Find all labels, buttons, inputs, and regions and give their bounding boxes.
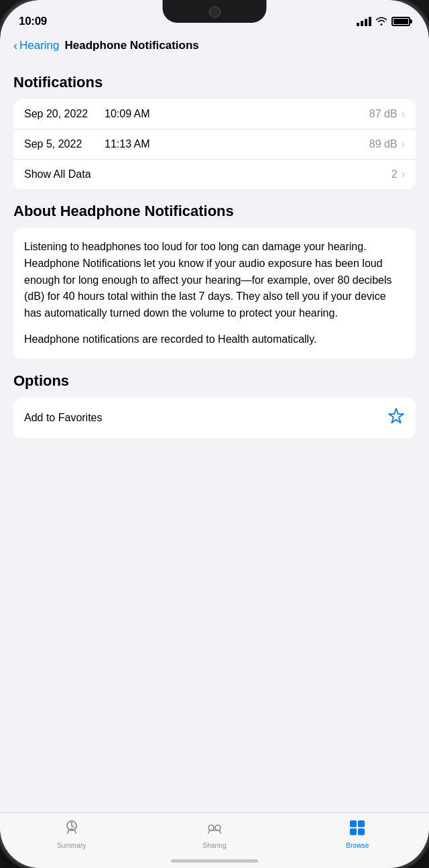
- options-section-title: Options: [13, 372, 416, 390]
- notification-date-2: Sep 5, 2022: [24, 138, 98, 150]
- tab-summary-label: Summary: [57, 842, 86, 849]
- add-to-favorites-label: Add to Favorites: [24, 412, 103, 424]
- chevron-right-icon-2: ›: [402, 138, 405, 150]
- chevron-right-icon-1: ›: [402, 108, 405, 120]
- notification-date-1: Sep 20, 2022: [24, 108, 98, 120]
- sharing-icon: [205, 818, 224, 840]
- status-time: 10:09: [19, 15, 47, 28]
- browse-icon: [348, 818, 367, 840]
- battery-icon: [391, 17, 410, 26]
- star-icon[interactable]: [387, 407, 405, 429]
- phone-frame: 10:09: [0, 0, 429, 868]
- back-button[interactable]: ‹ Hearing: [13, 39, 60, 52]
- home-indicator: [171, 859, 258, 863]
- signal-icon: [357, 17, 371, 26]
- svg-rect-5: [358, 828, 365, 835]
- show-all-data-row[interactable]: Show All Data 2 ›: [13, 160, 416, 189]
- back-chevron-icon: ‹: [13, 40, 17, 52]
- notification-time-1: 10:09 AM: [105, 108, 150, 120]
- notification-row-2[interactable]: Sep 5, 2022 11:13 AM 89 dB ›: [13, 129, 416, 160]
- options-card: Add to Favorites: [13, 398, 416, 438]
- notification-value-2: 89 dB: [369, 138, 397, 150]
- page-title: Headphone Notifications: [65, 39, 199, 52]
- tab-summary[interactable]: Summary: [0, 818, 143, 849]
- notification-row-1[interactable]: Sep 20, 2022 10:09 AM 87 dB ›: [13, 99, 416, 129]
- notifications-section-title: Notifications: [13, 74, 416, 91]
- svg-point-0: [208, 825, 214, 830]
- show-all-count: 2: [391, 168, 397, 180]
- tab-sharing[interactable]: Sharing: [143, 818, 286, 849]
- content-area: ‹ Hearing Headphone Notifications Notifi…: [0, 34, 429, 812]
- show-all-label: Show All Data: [24, 168, 91, 180]
- about-paragraph-1: Listening to headphones too loud for too…: [24, 239, 405, 322]
- wifi-icon: [375, 16, 387, 28]
- add-to-favorites-row[interactable]: Add to Favorites: [13, 398, 416, 438]
- svg-rect-2: [350, 820, 357, 827]
- svg-rect-4: [350, 828, 357, 835]
- about-card: Listening to headphones too loud for too…: [13, 228, 416, 359]
- back-label: Hearing: [19, 39, 60, 52]
- chevron-right-icon-3: ›: [402, 168, 405, 180]
- notification-value-1: 87 dB: [369, 108, 397, 120]
- notch: [163, 0, 267, 23]
- summary-icon: [62, 818, 81, 840]
- notification-time-2: 11:13 AM: [105, 138, 150, 150]
- tab-sharing-label: Sharing: [202, 842, 226, 849]
- phone-screen: 10:09: [0, 0, 429, 868]
- svg-point-1: [215, 825, 221, 830]
- tab-browse-label: Browse: [346, 842, 369, 849]
- status-icons: [357, 16, 410, 28]
- about-section-title: About Headphone Notifications: [13, 203, 416, 220]
- about-paragraph-2: Headphone notifications are recorded to …: [24, 331, 405, 348]
- notifications-card: Sep 20, 2022 10:09 AM 87 dB › Sep 5, 202…: [13, 99, 416, 189]
- nav-header: ‹ Hearing Headphone Notifications: [13, 34, 416, 63]
- tab-browse[interactable]: Browse: [286, 818, 429, 849]
- svg-rect-3: [358, 820, 365, 827]
